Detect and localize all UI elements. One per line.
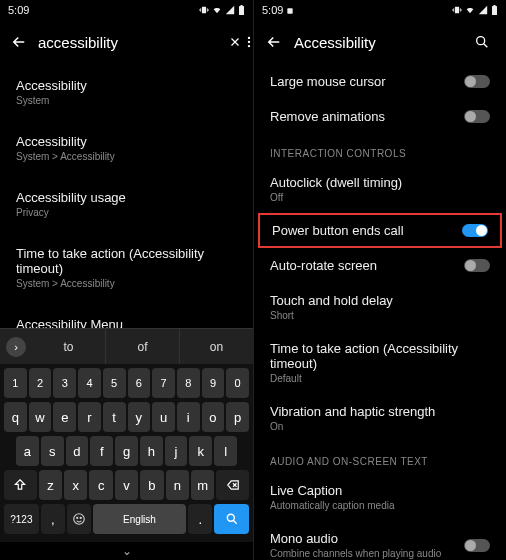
key-p[interactable]: p: [226, 402, 249, 432]
collapse-keyboard-icon[interactable]: ⌄: [122, 544, 132, 558]
key-8[interactable]: 8: [177, 368, 200, 398]
key-space[interactable]: English: [93, 504, 186, 534]
svg-point-9: [227, 514, 234, 521]
key-u[interactable]: u: [152, 402, 175, 432]
search-result[interactable]: Accessibility System > Accessibility: [0, 120, 253, 176]
key-b[interactable]: b: [140, 470, 163, 500]
key-1[interactable]: 1: [4, 368, 27, 398]
search-app-bar: [0, 20, 253, 64]
key-search[interactable]: [214, 504, 249, 534]
key-2[interactable]: 2: [29, 368, 52, 398]
key-e[interactable]: e: [53, 402, 76, 432]
close-icon: [228, 35, 242, 49]
key-h[interactable]: h: [140, 436, 163, 466]
back-button[interactable]: [10, 32, 28, 52]
svg-rect-0: [202, 7, 206, 14]
setting-subtitle: Default: [270, 373, 490, 384]
search-input[interactable]: [38, 34, 228, 51]
suggestion[interactable]: to: [32, 329, 106, 365]
key-7[interactable]: 7: [152, 368, 175, 398]
search-result[interactable]: Accessibility usage Privacy: [0, 176, 253, 232]
svg-point-5: [248, 45, 250, 47]
key-backspace[interactable]: [216, 470, 249, 500]
key-j[interactable]: j: [165, 436, 188, 466]
status-icons: [452, 5, 498, 15]
toggle-switch[interactable]: [464, 259, 490, 272]
search-icon: [474, 34, 490, 50]
key-row-numbers: 1 2 3 4 5 6 7 8 9 0: [4, 368, 249, 398]
svg-rect-13: [494, 5, 496, 6]
key-period[interactable]: .: [188, 504, 212, 534]
page-title: Accessibility: [294, 34, 468, 51]
key-5[interactable]: 5: [103, 368, 126, 398]
key-q[interactable]: q: [4, 402, 27, 432]
key-w[interactable]: w: [29, 402, 52, 432]
key-t[interactable]: t: [103, 402, 126, 432]
search-result[interactable]: Accessibility Menu System > Accessibilit…: [0, 303, 253, 328]
key-s[interactable]: s: [41, 436, 64, 466]
suggestion[interactable]: of: [106, 329, 180, 365]
setting-power-button-ends-call[interactable]: Power button ends call: [258, 213, 502, 248]
keyboard: 1 2 3 4 5 6 7 8 9 0 q w e r t y u i o p …: [0, 364, 253, 542]
setting-live-caption[interactable]: Live Caption Automatically caption media: [254, 473, 506, 521]
key-k[interactable]: k: [189, 436, 212, 466]
key-shift[interactable]: [4, 470, 37, 500]
key-i[interactable]: i: [177, 402, 200, 432]
svg-rect-2: [241, 5, 243, 6]
setting-autoclick[interactable]: Autoclick (dwell timing) Off: [254, 165, 506, 213]
key-mode[interactable]: ?123: [4, 504, 39, 534]
keyboard-suggestion-bar: › to of on: [0, 328, 253, 364]
wifi-icon: [212, 5, 222, 15]
search-result[interactable]: Accessibility System: [0, 64, 253, 120]
key-g[interactable]: g: [115, 436, 138, 466]
toggle-switch[interactable]: [464, 75, 490, 88]
key-3[interactable]: 3: [53, 368, 76, 398]
key-comma[interactable]: ,: [41, 504, 65, 534]
key-emoji[interactable]: [67, 504, 91, 534]
setting-vibration-haptic[interactable]: Vibration and haptic strength On: [254, 394, 506, 442]
setting-time-to-take-action[interactable]: Time to take action (Accessibility timeo…: [254, 331, 506, 394]
key-x[interactable]: x: [64, 470, 87, 500]
search-result[interactable]: Time to take action (Accessibility timeo…: [0, 232, 253, 303]
status-icons: [199, 5, 245, 15]
key-z[interactable]: z: [39, 470, 62, 500]
clear-search-button[interactable]: [228, 28, 242, 56]
key-d[interactable]: d: [66, 436, 89, 466]
setting-auto-rotate[interactable]: Auto-rotate screen: [254, 248, 506, 283]
result-title: Time to take action (Accessibility timeo…: [16, 246, 237, 276]
toggle-switch[interactable]: [464, 110, 490, 123]
svg-point-7: [76, 517, 77, 518]
toggle-switch[interactable]: [462, 224, 488, 237]
key-a[interactable]: a: [16, 436, 39, 466]
setting-large-mouse-cursor[interactable]: Large mouse cursor: [254, 64, 506, 99]
key-l[interactable]: l: [214, 436, 237, 466]
setting-title: Mono audio: [270, 531, 464, 546]
key-9[interactable]: 9: [202, 368, 225, 398]
key-0[interactable]: 0: [226, 368, 249, 398]
toggle-switch[interactable]: [464, 539, 490, 552]
key-r[interactable]: r: [78, 402, 101, 432]
result-title: Accessibility: [16, 134, 237, 149]
key-y[interactable]: y: [128, 402, 151, 432]
key-f[interactable]: f: [90, 436, 113, 466]
status-bar: 5:09: [254, 0, 506, 20]
search-button[interactable]: [468, 28, 496, 56]
result-title: Accessibility usage: [16, 190, 237, 205]
key-o[interactable]: o: [202, 402, 225, 432]
suggestion-expand-button[interactable]: ›: [0, 331, 32, 363]
emoji-icon: [72, 512, 86, 526]
backspace-icon: [225, 478, 241, 492]
key-6[interactable]: 6: [128, 368, 151, 398]
key-n[interactable]: n: [166, 470, 189, 500]
setting-remove-animations[interactable]: Remove animations: [254, 99, 506, 134]
key-4[interactable]: 4: [78, 368, 101, 398]
result-subtitle: System > Accessibility: [16, 278, 237, 289]
key-c[interactable]: c: [89, 470, 112, 500]
status-time: 5:09: [262, 4, 294, 16]
back-button[interactable]: [264, 32, 284, 52]
setting-touch-hold-delay[interactable]: Touch and hold delay Short: [254, 283, 506, 331]
key-v[interactable]: v: [115, 470, 138, 500]
suggestion[interactable]: on: [180, 329, 253, 365]
setting-mono-audio[interactable]: Mono audio Combine channels when playing…: [254, 521, 506, 560]
key-m[interactable]: m: [191, 470, 214, 500]
